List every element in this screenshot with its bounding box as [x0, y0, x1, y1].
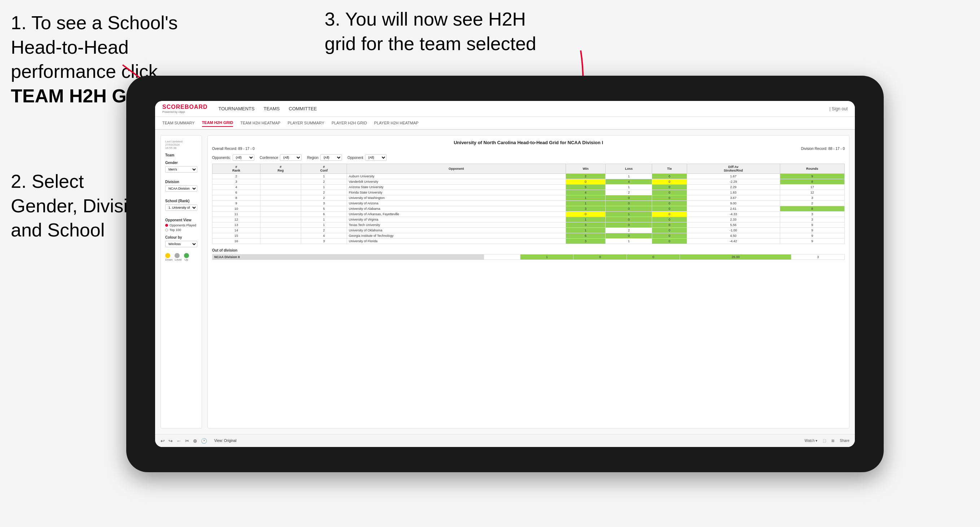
tab-player-h2h-heatmap[interactable]: PLAYER H2H HEATMAP [374, 119, 418, 127]
region-filter-label: Region [307, 156, 318, 160]
logo-sub: Powered by clippi [162, 110, 208, 114]
main-content: Last Updated: 27/03/2024 16:55:38 Team G… [155, 130, 855, 434]
opponents-filter-select[interactable]: (All) [233, 154, 254, 161]
region-filter-select[interactable]: (All) [320, 154, 342, 161]
table-row: 105 University of Alabama 300 2.618 [212, 206, 845, 211]
left-panel: Last Updated: 27/03/2024 16:55:38 Team G… [161, 135, 202, 429]
records-row: Overall Record: 89 - 17 - 0 Division Rec… [212, 147, 845, 151]
sign-out-button[interactable]: | Sign out [830, 106, 848, 111]
col-rank: #Rank [212, 164, 261, 174]
tab-player-summary[interactable]: PLAYER SUMMARY [288, 119, 324, 127]
col-opponent: Opponent [347, 164, 566, 174]
grid-title: University of North Carolina Head-to-Hea… [212, 140, 845, 145]
conference-filter-select[interactable]: (All) [280, 154, 302, 161]
level-label: Level [175, 258, 181, 261]
instruction-step3: 3. You will now see H2H grid for the tea… [325, 7, 541, 56]
out-of-division-label: Out of division [212, 248, 845, 252]
colour-by-label: Colour by [165, 235, 197, 239]
col-win: Win [566, 164, 606, 174]
opponent-filter-label: Opponent [347, 156, 363, 160]
school-select[interactable]: 1. University of Nort... [165, 205, 197, 211]
nav-committee[interactable]: COMMITTEE [289, 105, 317, 113]
table-row: 154 Georgia Institute of Technology 600 … [212, 233, 845, 239]
opponent-filter-select[interactable]: (All) [365, 154, 387, 161]
down-colour [165, 253, 170, 258]
division-record: Division Record: 88 - 17 - 0 [801, 147, 845, 151]
nav-teams[interactable]: TEAMS [264, 105, 280, 113]
out-of-division-row: NCAA Division II 1 0 0 26.00 3 [212, 254, 845, 260]
toolbar-right: Watch ▾ ⬚ ⊞ Share [805, 439, 850, 443]
table-row: 116 University of Arkansas, Fayetteville… [212, 211, 845, 217]
watch-button[interactable]: Watch ▾ [805, 439, 818, 443]
cut-button[interactable]: ✂ [185, 438, 189, 444]
copy-button[interactable]: ⊕ [193, 438, 197, 444]
top-nav: SCOREBOARD Powered by clippi TOURNAMENTS… [155, 101, 855, 117]
tab-team-h2h-grid[interactable]: TEAM H2H GRID [202, 119, 233, 127]
opponent-view-label: Opponent View [165, 218, 197, 222]
col-tie: Tie [652, 164, 687, 174]
division-select[interactable]: NCAA Division I NCAA Division II NCAA Di… [165, 185, 197, 192]
level-colour [175, 253, 180, 258]
gender-select[interactable]: Men's Women's [165, 166, 197, 173]
table-row: 21 Auburn University 210 1.679 [212, 174, 845, 179]
col-diff: Diff AvStrokes/Rnd [687, 164, 780, 174]
tab-team-h2h-heatmap[interactable]: TEAM H2H HEATMAP [240, 119, 280, 127]
undo-button[interactable]: ↩ [161, 438, 165, 444]
overall-record: Overall Record: 89 - 17 - 0 [212, 147, 255, 151]
down-label: Down [165, 258, 172, 261]
colour-by-select[interactable]: Win/loss [165, 241, 197, 247]
out-of-division-table: NCAA Division II 1 0 0 26.00 3 [212, 254, 845, 260]
top-100-radio[interactable] [165, 229, 168, 232]
logo-text: SCOREBOARD [162, 104, 208, 110]
opponent-filter: Opponent (All) [347, 154, 387, 161]
gender-section: Gender Men's Women's [165, 161, 197, 176]
grid-area: University of North Carolina Head-to-Hea… [207, 135, 850, 429]
sub-nav: TEAM SUMMARY TEAM H2H GRID TEAM H2H HEAT… [155, 117, 855, 130]
grid-button[interactable]: ⊞ [831, 439, 834, 443]
gender-label: Gender [165, 161, 197, 165]
tablet-screen: SCOREBOARD Powered by clippi TOURNAMENTS… [155, 101, 855, 447]
logo: SCOREBOARD Powered by clippi [162, 104, 208, 114]
col-reg: #Reg [261, 164, 301, 174]
up-colour [184, 253, 189, 258]
nav-tournaments[interactable]: TOURNAMENTS [219, 105, 255, 113]
top-100-option[interactable]: Top 100 [165, 228, 197, 232]
team-label: Team [165, 153, 197, 157]
opponents-played-label: Opponents Played [170, 224, 196, 227]
table-row: 41 Arizona State University 510 2.2917 [212, 184, 845, 190]
region-filter: Region (All) [307, 154, 342, 161]
col-conf: #Conf [301, 164, 347, 174]
table-row: 142 University of Oklahoma 120 -1.009 [212, 228, 845, 233]
opponent-view-section: Opponent View Opponents Played Top 100 [165, 218, 197, 232]
clock-button[interactable]: 🕐 [201, 438, 207, 444]
opponents-played-radio[interactable] [165, 224, 168, 227]
h2h-table: #Rank #Reg #Conf Opponent Win Loss Tie D… [212, 163, 845, 244]
up-label: Up [184, 258, 189, 261]
opponents-filter: Opponents: (All) [212, 154, 254, 161]
back-button[interactable]: ← [177, 438, 181, 444]
nav-links: TOURNAMENTS TEAMS COMMITTEE [219, 105, 830, 113]
filters-row: Opponents: (All) Conference (All) Region [212, 154, 845, 161]
division-section: Division NCAA Division I NCAA Division I… [165, 180, 197, 195]
table-row: 93 University of Arizona 100 9.002 [212, 201, 845, 206]
opponents-played-option[interactable]: Opponents Played [165, 224, 197, 227]
view-original-button[interactable]: View: Original [214, 439, 237, 443]
timestamp: Last Updated: 27/03/2024 16:55:38 [165, 140, 197, 149]
present-button[interactable]: ⬚ [823, 439, 826, 443]
opponents-filter-label: Opponents: [212, 156, 231, 160]
tab-player-h2h-grid[interactable]: PLAYER H2H GRID [331, 119, 367, 127]
tab-team-summary[interactable]: TEAM SUMMARY [162, 119, 195, 127]
table-row: 163 University of Florida 310 -4.429 [212, 239, 845, 244]
table-row: 121 University of Virginia 100 2.333 [212, 217, 845, 222]
conference-filter-label: Conference [260, 156, 278, 160]
school-label: School (Rank) [165, 199, 197, 203]
top-100-label: Top 100 [170, 228, 181, 232]
redo-button[interactable]: ↪ [169, 438, 173, 444]
opponent-view-radios: Opponents Played Top 100 [165, 224, 197, 232]
division-label: Division [165, 180, 197, 184]
colour-legend: Down Level Up [165, 253, 197, 261]
bottom-toolbar: ↩ ↪ ← ✂ ⊕ 🕐 View: Original Watch ▾ ⬚ ⊞ S… [155, 434, 855, 447]
conference-filter: Conference (All) [260, 154, 302, 161]
table-row: 32 Vanderbilt University 040 -2.298 [212, 179, 845, 184]
share-button[interactable]: Share [840, 439, 850, 443]
